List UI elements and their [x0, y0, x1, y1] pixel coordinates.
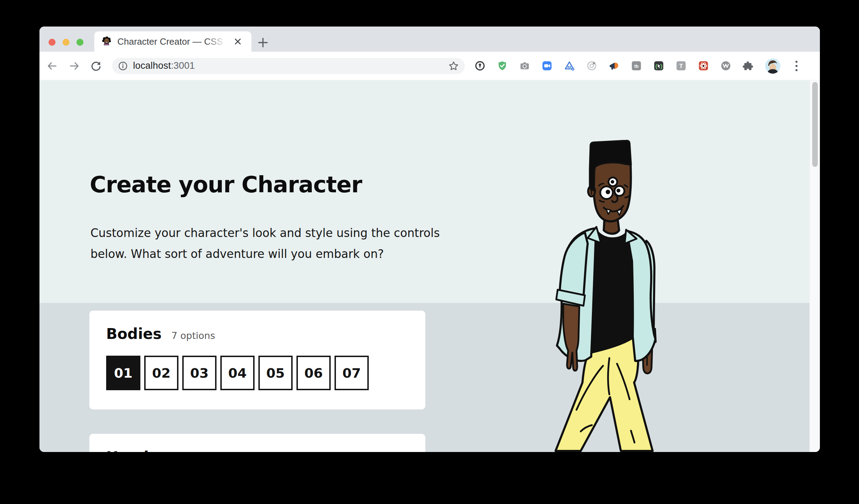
page-subtitle: Customize your character's look and styl… [90, 223, 440, 265]
code-cursor-extension-icon[interactable]: { } [653, 60, 664, 71]
tampermonkey-extension-icon[interactable]: T [676, 60, 687, 71]
svg-text:tb: tb [634, 64, 639, 69]
heads-card: Heads [89, 434, 425, 452]
svg-text:T: T [679, 63, 683, 69]
bodies-card-title: Bodies [106, 325, 162, 342]
body-option-05[interactable]: 05 [258, 356, 293, 390]
body-option-01[interactable]: 01 [106, 356, 140, 390]
page-scrollbar[interactable] [809, 80, 820, 452]
extensions-row: ax tb { } [475, 58, 801, 74]
browser-window: Character Creator — CSS for Ja [39, 27, 820, 452]
bodies-options-count: 7 options [171, 330, 215, 341]
reload-icon [90, 60, 102, 72]
bodies-card: Bodies 7 options 01 02 03 04 05 06 07 [89, 311, 425, 409]
scrollbar-thumb[interactable] [812, 82, 818, 167]
url-port: :3001 [171, 60, 195, 71]
bookmark-star-icon[interactable] [448, 60, 459, 72]
svg-text:ax: ax [567, 65, 572, 69]
tab-favicon-icon [101, 36, 112, 47]
subtitle-line-1: Customize your character's look and styl… [90, 226, 440, 240]
body-option-04[interactable]: 04 [220, 356, 255, 390]
forward-arrow-icon [68, 60, 81, 72]
body-option-07[interactable]: 07 [335, 356, 369, 390]
heads-card-title: Heads [106, 449, 157, 452]
bodies-option-row: 01 02 03 04 05 06 07 [106, 356, 409, 390]
wave-w-extension-icon[interactable] [720, 60, 731, 71]
toby-extension-icon[interactable]: tb [631, 60, 642, 71]
orbit-extension-icon[interactable] [586, 60, 597, 71]
extensions-puzzle-icon[interactable] [743, 60, 754, 71]
close-tab-icon[interactable] [232, 36, 244, 47]
back-button[interactable] [46, 60, 58, 72]
back-arrow-icon [46, 60, 58, 72]
forward-button[interactable] [68, 60, 81, 72]
profile-avatar[interactable] [765, 58, 780, 74]
page-title: Create your Character [90, 172, 362, 198]
megaphone-extension-icon[interactable] [609, 60, 619, 71]
tab-title: Character Creator — CSS for Ja [117, 36, 230, 47]
body-option-02[interactable]: 02 [144, 356, 178, 390]
minimize-window-button[interactable] [63, 39, 69, 46]
reload-button[interactable] [90, 60, 102, 72]
new-tab-button[interactable] [255, 35, 271, 50]
browser-toolbar: localhost:3001 [39, 52, 820, 80]
browser-tab[interactable]: Character Creator — CSS for Ja [94, 31, 251, 52]
axe-accessibility-extension-icon[interactable]: ax [564, 60, 575, 71]
close-window-button[interactable] [49, 39, 56, 46]
subtitle-line-2: below. What sort of adventure will you e… [90, 247, 384, 261]
character-illustration [543, 139, 673, 452]
kebab-menu-icon[interactable] [792, 60, 801, 72]
react-devtools-extension-icon[interactable] [698, 60, 709, 71]
address-bar[interactable]: localhost:3001 [112, 58, 465, 74]
camera-extension-icon[interactable] [519, 60, 530, 71]
zoom-extension-icon[interactable] [542, 60, 552, 71]
tab-strip: Character Creator — CSS for Ja [39, 27, 820, 52]
url-host: localhost [133, 60, 171, 71]
url-text[interactable]: localhost:3001 [133, 60, 195, 71]
page-viewport: Create your Character Customize your cha… [39, 80, 820, 452]
svg-text:}: } [660, 64, 663, 70]
onepassword-extension-icon[interactable] [475, 60, 485, 71]
site-info-icon[interactable] [118, 61, 128, 71]
body-option-06[interactable]: 06 [296, 356, 331, 390]
adguard-shield-extension-icon[interactable] [497, 60, 508, 71]
body-option-03[interactable]: 03 [182, 356, 216, 390]
zoom-window-button[interactable] [76, 39, 83, 46]
